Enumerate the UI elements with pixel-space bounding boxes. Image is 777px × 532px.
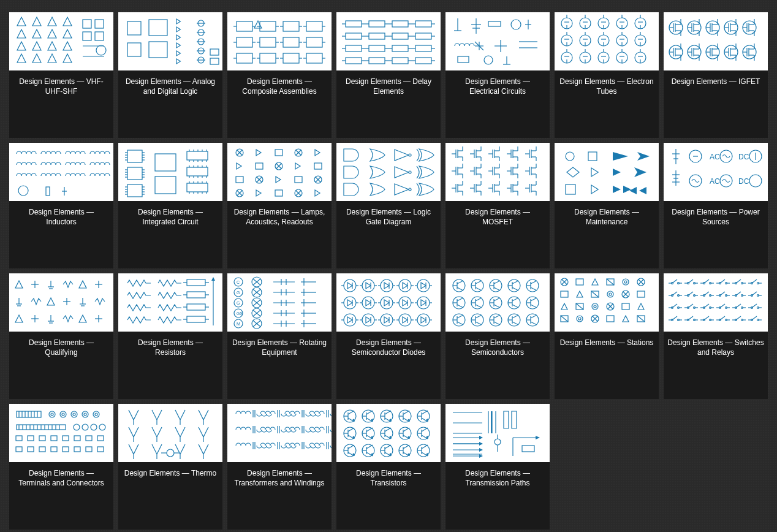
- svg-rect-124: [392, 58, 408, 64]
- card-stations[interactable]: Design Elements — Stations: [555, 273, 659, 399]
- svg-rect-983: [63, 447, 69, 452]
- svg-line-727: [457, 305, 463, 308]
- svg-marker-375: [276, 177, 281, 183]
- svg-line-736: [494, 298, 500, 301]
- svg-rect-51: [283, 21, 299, 31]
- svg-rect-365: [256, 163, 263, 169]
- card-semiconductor-diodes[interactable]: Design Elements — Semiconductor Diodes: [336, 273, 441, 399]
- svg-point-653: [362, 297, 374, 309]
- svg-line-988: [134, 410, 138, 420]
- card-label: Design Elements — Stations: [555, 332, 659, 348]
- svg-line-987: [129, 410, 134, 420]
- svg-line-1107: [422, 428, 428, 431]
- thumbnail-power-sources: ACDCACDC: [664, 143, 768, 201]
- svg-rect-981: [39, 447, 45, 452]
- card-label: Design Elements — MOSFET: [445, 201, 550, 227]
- svg-point-693: [417, 314, 430, 326]
- card-semiconductors[interactable]: Design Elements — Semiconductors: [445, 273, 550, 399]
- svg-rect-66: [306, 37, 322, 47]
- card-thermo[interactable]: Design Elements — Thermo: [118, 404, 222, 530]
- svg-line-761: [494, 315, 500, 318]
- svg-point-392: [409, 171, 411, 173]
- svg-line-1119: [366, 445, 373, 449]
- svg-marker-6: [48, 29, 56, 38]
- card-delay-elements[interactable]: Design Elements — Delay Elements: [336, 12, 441, 138]
- svg-line-732: [476, 305, 482, 308]
- thumbnail-inductors: [9, 143, 113, 201]
- svg-rect-25: [149, 20, 167, 36]
- svg-line-991: [157, 410, 162, 420]
- svg-marker-674: [347, 317, 352, 323]
- card-transmission-paths[interactable]: Design Elements — Transmission Paths: [445, 404, 550, 530]
- svg-rect-320: [155, 154, 176, 171]
- thumbnail-thermo: [118, 404, 222, 462]
- svg-marker-512: [629, 187, 637, 194]
- svg-rect-45: [237, 21, 252, 31]
- svg-line-706: [476, 281, 482, 284]
- card-analog-digital-logic[interactable]: Design Elements — Analog and Digital Log…: [118, 12, 222, 138]
- svg-marker-15: [63, 54, 72, 63]
- card-logic-gate-diagram[interactable]: Design Elements — Logic Gate Diagram: [336, 143, 441, 268]
- svg-marker-30: [176, 43, 180, 48]
- card-igfet[interactable]: Design Elements — IGFET: [664, 12, 768, 138]
- svg-marker-4: [17, 29, 26, 38]
- svg-marker-364: [237, 163, 241, 169]
- thumbnail-lamps-acoustics-readouts: [227, 143, 332, 201]
- svg-rect-44: [210, 58, 219, 64]
- card-electrical-circuits[interactable]: Design Elements — Electrical Circuits: [445, 12, 550, 138]
- card-composite-assemblies[interactable]: Design Elements — Composite Assemblies: [227, 12, 332, 138]
- svg-marker-795: [561, 303, 567, 310]
- svg-marker-358: [256, 150, 261, 156]
- card-label: Design Elements — Electron Tubes: [555, 70, 659, 96]
- card-label: Design Elements — Inductors: [9, 201, 113, 227]
- card-label: Design Elements — Analog and Digital Log…: [118, 70, 222, 96]
- card-rotating-equipment[interactable]: CGGGSMDesign Elements — Rotating Equipme…: [227, 273, 332, 399]
- svg-rect-321: [155, 177, 176, 194]
- svg-marker-1160: [479, 454, 483, 458]
- card-power-sources[interactable]: ACDCACDCDesign Elements — Power Sources: [664, 143, 768, 268]
- card-lamps-acoustics-readouts[interactable]: Design Elements — Lamps, Acoustics, Read…: [227, 143, 332, 268]
- svg-line-1005: [175, 427, 180, 437]
- svg-line-721: [531, 281, 537, 284]
- svg-line-1131: [403, 445, 409, 449]
- svg-rect-94: [346, 33, 362, 39]
- svg-rect-118: [346, 58, 362, 64]
- svg-point-147: [484, 56, 493, 64]
- card-switches-and-relays[interactable]: Design Elements — Switches and Relays: [664, 273, 768, 399]
- svg-line-1018: [180, 444, 185, 454]
- svg-marker-629: [366, 283, 371, 289]
- card-qualifying[interactable]: Design Elements — Qualifying: [9, 273, 113, 399]
- card-electron-tubes[interactable]: Design Elements — Electron Tubes: [555, 12, 659, 138]
- card-terminals-and-connectors[interactable]: Design Elements — Terminals and Connecto…: [9, 404, 113, 530]
- svg-marker-1151: [504, 411, 509, 428]
- card-label: Design Elements — Switches and Relays: [664, 332, 768, 357]
- card-resistors[interactable]: Design Elements — Resistors: [118, 273, 222, 399]
- svg-marker-684: [384, 317, 389, 323]
- svg-line-737: [494, 305, 500, 308]
- svg-point-648: [344, 297, 356, 309]
- svg-line-1071: [403, 411, 409, 414]
- card-transformers-and-windings[interactable]: Design Elements — Transformers and Windi…: [227, 404, 332, 530]
- svg-line-756: [476, 315, 482, 318]
- card-inductors[interactable]: Design Elements — Inductors: [9, 143, 113, 268]
- svg-point-953: [95, 413, 97, 416]
- card-integrated-circuit[interactable]: Design Elements — Integrated Circuit: [118, 143, 222, 268]
- card-maintenance[interactable]: Design Elements — Maintenance: [555, 143, 659, 268]
- card-label: Design Elements — Maintenance: [555, 201, 659, 227]
- card-transistors[interactable]: Design Elements — Transistors: [336, 404, 441, 530]
- svg-point-638: [399, 279, 411, 292]
- card-label: Design Elements — Electrical Circuits: [445, 70, 550, 96]
- svg-point-531: [749, 175, 762, 187]
- svg-rect-986: [97, 447, 104, 452]
- svg-line-996: [199, 410, 203, 420]
- svg-text:AC: AC: [710, 153, 720, 161]
- card-mosfet[interactable]: Design Elements — MOSFET: [445, 143, 550, 268]
- svg-line-1000: [134, 427, 138, 437]
- svg-rect-370: [314, 163, 322, 169]
- svg-marker-654: [366, 300, 371, 306]
- card-vhf-uhf-shf[interactable]: Design Elements — VHF-UHF-SHF: [9, 12, 113, 138]
- svg-rect-359: [275, 150, 282, 156]
- svg-rect-975: [63, 436, 69, 441]
- svg-marker-669: [421, 300, 426, 306]
- svg-line-1095: [385, 428, 391, 431]
